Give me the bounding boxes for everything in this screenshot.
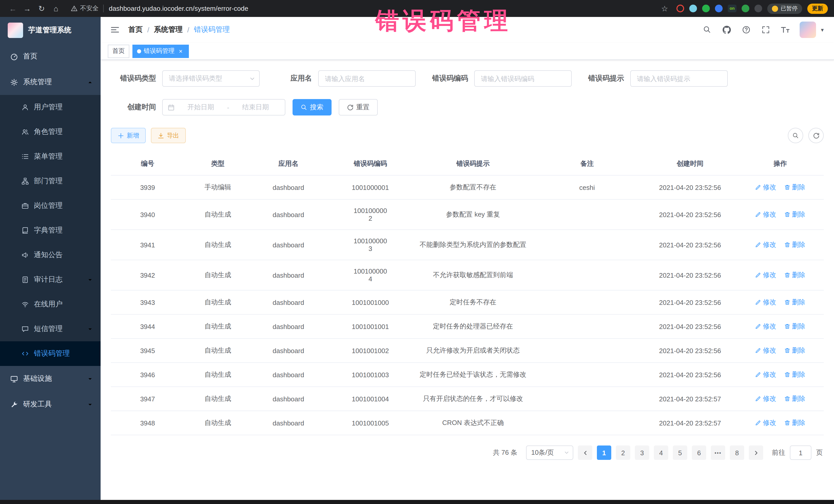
cell-code: 1001001004: [325, 387, 415, 411]
toggle-search-button[interactable]: [788, 128, 803, 143]
sidebar-item-dict[interactable]: 字典管理: [0, 218, 101, 243]
sidebar-item-dept[interactable]: 部门管理: [0, 169, 101, 194]
add-label: 新增: [127, 131, 139, 140]
sidebar-item-label: 在线用户: [34, 300, 93, 309]
date-range-picker[interactable]: 开始日期 - 结束日期: [162, 99, 285, 115]
refresh-table-button[interactable]: [808, 128, 824, 143]
sidebar-item-online[interactable]: 在线用户: [0, 292, 101, 317]
page-button-3[interactable]: 3: [635, 445, 649, 460]
sidebar-item-notice[interactable]: 通知公告: [0, 243, 101, 267]
sidebar-item-label: 审计日志: [34, 275, 87, 284]
sidebar-item-devtools[interactable]: 研发工具: [0, 392, 101, 417]
chrome-update-button[interactable]: 更新: [807, 3, 828, 14]
home-icon[interactable]: [49, 2, 63, 15]
error-code-input[interactable]: [474, 70, 572, 87]
extension-icon-green[interactable]: [702, 5, 710, 12]
close-icon[interactable]: [177, 47, 184, 54]
cell-hint: 不能删除类型为系统内置的参数配置: [415, 230, 531, 260]
extension-on-badge[interactable]: on: [728, 5, 737, 12]
edit-link[interactable]: 修改: [755, 346, 776, 355]
app-name-label: 应用名: [267, 74, 312, 83]
delete-link[interactable]: 删除: [784, 418, 805, 428]
page-button-2[interactable]: 2: [616, 445, 630, 460]
edit-link[interactable]: 修改: [755, 210, 776, 219]
sidebar-item-user[interactable]: 用户管理: [0, 95, 101, 119]
search-button[interactable]: 搜索: [292, 99, 332, 115]
site-security-chip[interactable]: 不安全: [71, 4, 98, 13]
edit-link[interactable]: 修改: [755, 240, 776, 249]
page-button-8[interactable]: 8: [730, 445, 744, 460]
add-button[interactable]: 新增: [111, 128, 146, 143]
edit-link[interactable]: 修改: [755, 270, 776, 280]
col-header-ops: 操作: [737, 152, 824, 175]
font-size-button[interactable]: [777, 22, 794, 38]
extension-icon-pin[interactable]: [754, 5, 762, 12]
prev-page-button[interactable]: [578, 445, 592, 460]
edit-link[interactable]: 修改: [755, 394, 776, 403]
page-button-5[interactable]: 5: [673, 445, 687, 460]
edit-link[interactable]: 修改: [755, 370, 776, 379]
edit-link[interactable]: 修改: [755, 418, 776, 428]
header-actions: [699, 22, 824, 38]
sidebar-item-infra[interactable]: 基础设施: [0, 366, 101, 392]
delete-link[interactable]: 删除: [784, 210, 805, 219]
tab-errcode[interactable]: 错误码管理: [132, 44, 189, 58]
delete-link[interactable]: 删除: [784, 394, 805, 403]
sidebar-item-post[interactable]: 岗位管理: [0, 194, 101, 218]
caret-down-icon[interactable]: [821, 26, 824, 33]
breadcrumb-home[interactable]: 首页: [128, 25, 143, 35]
delete-link[interactable]: 删除: [784, 346, 805, 355]
system-submenu: 用户管理 角色管理 菜单管理 部门管理 岗位管理: [0, 95, 101, 366]
bookmark-star-icon[interactable]: [658, 2, 671, 15]
app-name-input[interactable]: [318, 70, 416, 87]
delete-link[interactable]: 删除: [784, 270, 805, 280]
extension-icon-red[interactable]: [676, 5, 684, 12]
sidebar-item-role[interactable]: 角色管理: [0, 119, 101, 144]
header-search-button[interactable]: [699, 22, 716, 38]
extension-icon-leaf[interactable]: [742, 5, 749, 12]
chevron-down-icon: [249, 76, 255, 81]
reset-button[interactable]: 重置: [339, 99, 378, 115]
edit-link[interactable]: 修改: [755, 183, 776, 192]
page-button-4[interactable]: 4: [654, 445, 668, 460]
help-button[interactable]: [738, 22, 755, 38]
tab-home[interactable]: 首页: [108, 44, 129, 58]
github-link[interactable]: [719, 22, 735, 38]
goto-page-input[interactable]: [790, 445, 811, 460]
forward-icon[interactable]: [21, 2, 34, 15]
export-button[interactable]: 导出: [151, 128, 186, 143]
delete-link[interactable]: 删除: [784, 183, 805, 192]
hamburger-icon[interactable]: [107, 22, 123, 38]
reload-icon[interactable]: [35, 2, 48, 15]
page-size-select[interactable]: 10条/页: [526, 445, 573, 460]
delete-label: 删除: [792, 210, 805, 219]
sidebar-item-system[interactable]: 系统管理: [0, 69, 101, 95]
next-page-button[interactable]: [749, 445, 763, 460]
page-button-6[interactable]: 6: [692, 445, 706, 460]
delete-link[interactable]: 删除: [784, 240, 805, 249]
delete-link[interactable]: 删除: [784, 370, 805, 379]
page-ellipsis-button[interactable]: •••: [711, 445, 725, 460]
paused-badge[interactable]: 已暂停: [767, 3, 802, 14]
sidebar-item-menu[interactable]: 菜单管理: [0, 144, 101, 169]
edit-link[interactable]: 修改: [755, 322, 776, 331]
breadcrumb-system[interactable]: 系统管理: [154, 25, 183, 35]
delete-link[interactable]: 删除: [784, 322, 805, 331]
error-hint-input[interactable]: [630, 70, 728, 87]
sidebar-item-errcode[interactable]: 错误码管理: [0, 341, 101, 366]
fullscreen-button[interactable]: [758, 22, 774, 38]
error-type-label: 错误码类型: [111, 74, 156, 83]
breadcrumb-separator: /: [147, 26, 149, 34]
error-type-select[interactable]: 请选择错误码类型: [162, 70, 260, 87]
sidebar-item-home[interactable]: 首页: [0, 44, 101, 69]
user-avatar[interactable]: [800, 22, 816, 38]
back-icon[interactable]: [6, 2, 20, 15]
delete-link[interactable]: 删除: [784, 298, 805, 307]
edit-link[interactable]: 修改: [755, 298, 776, 307]
extension-icon-teal[interactable]: [689, 5, 697, 12]
extension-icon-blue[interactable]: [715, 5, 723, 12]
sidebar-item-audit[interactable]: 审计日志: [0, 267, 101, 292]
edit-label: 修改: [763, 346, 776, 355]
page-button-1[interactable]: 1: [597, 445, 611, 460]
sidebar-item-sms[interactable]: 短信管理: [0, 317, 101, 341]
